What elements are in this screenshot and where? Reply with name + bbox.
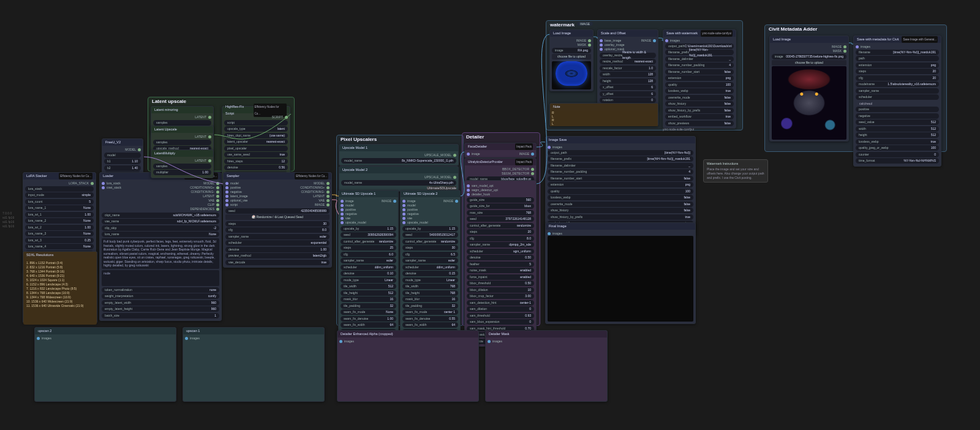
param-row[interactable]: tile_padding32 <box>341 303 396 309</box>
param-row[interactable]: cfg8.0 <box>225 227 330 233</box>
output-slot[interactable]: CONDITIONING- <box>190 190 219 194</box>
param-row[interactable]: multiplier1.00 <box>153 170 211 175</box>
param-row[interactable]: filename_number_startfalse <box>665 69 734 75</box>
node-upscale-model-1[interactable]: Upscale Model 1 UPSCALE_MODEL model_name… <box>339 144 459 166</box>
param-row[interactable]: vae_namesdxl_fp_NICMLF.safetensors <box>102 219 219 224</box>
param-row[interactable]: seam_fix_width64 <box>402 322 458 328</box>
param-row[interactable]: extensionpng <box>665 75 734 81</box>
param-row[interactable]: cfg20 <box>856 75 939 81</box>
param-row[interactable]: height128 <box>600 78 656 84</box>
param-row[interactable]: sam_bbox_expansion0 <box>467 319 534 325</box>
input-slot[interactable]: optional_mask <box>600 47 625 51</box>
param-row[interactable]: mask_blur16 <box>341 296 396 302</box>
param-row[interactable]: negative <box>856 113 939 119</box>
param-row[interactable]: show_history_by_prefixtrue <box>548 214 693 220</box>
output-slot[interactable]: IMAGE <box>552 39 591 42</box>
param-row[interactable]: max_size768 <box>467 210 534 216</box>
input-slot[interactable]: latent_image <box>225 194 248 198</box>
param-row[interactable]: extensionpng <box>548 182 693 187</box>
node-ultimate-sd-upscale-1[interactable]: Ultimate SD Upscale 1 imagemodelpositive… <box>338 190 399 350</box>
output-slot[interactable]: CLIP <box>190 203 219 206</box>
output-slot[interactable]: VAE <box>300 198 330 202</box>
output-slot[interactable]: MASK <box>772 49 846 53</box>
output-slot[interactable]: DEPENDENCIES <box>190 207 219 211</box>
param-row[interactable]: height512 <box>856 132 939 138</box>
input-slot[interactable]: positive <box>402 208 428 211</box>
param-row[interactable]: schedulersgm_uniform <box>467 249 534 254</box>
param-row[interactable]: bbox_dilation10 <box>467 287 534 293</box>
node-civit-save-with-metadata[interactable]: Save with metadata for Civit Save Image … <box>853 36 941 167</box>
param-row[interactable]: filename_prefix[time(%H-%m-%d)]_marduk19… <box>548 156 693 162</box>
input-slot[interactable]: base_image <box>600 39 625 42</box>
param-row[interactable]: lora_wt_30.25 <box>25 238 94 243</box>
param-row[interactable]: upscale_by1.15 <box>341 226 396 232</box>
node-detailer-enhanced-alpha-preview[interactable]: Detailer Enhanced Alpha (cropped) images <box>337 330 479 402</box>
param-row[interactable]: cfg6.0 <box>341 252 396 257</box>
param-row[interactable]: use_same_seedtrue <box>224 152 288 157</box>
param-row[interactable]: seed379722614148128 <box>467 216 534 222</box>
param-row[interactable]: seam_fix_modeNone <box>341 309 396 315</box>
param-row[interactable]: control_after_generaterandomize <box>402 239 458 244</box>
param-row[interactable]: tile_width512 <box>341 284 396 289</box>
param-row[interactable]: seam_fix_denoise1.00 <box>341 316 396 322</box>
param-row[interactable]: lossless_webpfalse <box>548 195 693 200</box>
param-row[interactable]: model_name8x_NMKD-Superscale_150000_G.pt… <box>341 158 456 164</box>
node-loader[interactable]: Loader Efficiency Nodes for Co... lora_s… <box>99 172 222 321</box>
param-row[interactable]: extensionpng <box>856 62 939 68</box>
input-images[interactable]: images <box>190 336 200 340</box>
param-row[interactable]: steps20 <box>467 229 534 235</box>
param-row[interactable]: input_modesimple <box>25 192 94 198</box>
param-row[interactable]: filename_number_padding4 <box>665 62 734 68</box>
output-latent[interactable]: LATENT <box>153 115 211 119</box>
node-sampler[interactable]: Sampler Efficiency Nodes for Co... model… <box>223 172 332 268</box>
param-row[interactable]: model <box>104 153 141 158</box>
param-row[interactable]: steps30 <box>402 245 458 251</box>
param-row[interactable]: tile_width768 <box>402 284 458 289</box>
output-slot[interactable]: IMAGE <box>300 203 330 206</box>
param-row[interactable]: y_offset6 <box>600 91 656 97</box>
output-slot[interactable]: MODEL <box>300 181 330 185</box>
param-row[interactable]: output_path[time(%Y-%m-%d)] <box>548 150 693 156</box>
param-row[interactable]: b21.40 <box>104 165 141 171</box>
input-slot[interactable]: images <box>856 45 939 48</box>
randomize-seed-button[interactable]: 🎲 Randomize / ♻ Last Queued Seed <box>225 214 330 220</box>
param-row[interactable]: clip_skip-2 <box>102 225 219 231</box>
output-lora-stack[interactable]: LORA_STACK <box>25 181 94 185</box>
param-row[interactable]: show_historyfalse <box>665 101 734 107</box>
param-row[interactable]: feather5 <box>467 262 534 267</box>
param-row[interactable]: schedulerexponential <box>225 240 330 246</box>
param-row[interactable]: batch_size1 <box>102 313 219 319</box>
node-final-image[interactable]: Final Image images <box>545 222 696 324</box>
param-row[interactable]: sampler_nameeuler <box>341 258 396 263</box>
param-row[interactable]: filename_number_padding4 <box>548 169 693 175</box>
input-slot[interactable]: image <box>467 152 480 156</box>
output-upscale-model[interactable]: UPSCALE_MODEL <box>341 175 456 179</box>
input-slot[interactable]: negative <box>341 212 366 216</box>
param-row[interactable]: mode_typeLinear <box>341 277 396 283</box>
input-slot[interactable]: model <box>225 181 248 185</box>
param-row[interactable]: show_previewsfalse <box>665 121 734 126</box>
node-scale-and-offset[interactable]: Scale and Offset base_imageoverlay_image… <box>597 29 658 112</box>
param-row[interactable]: schedulerddim_uniform <box>402 265 458 270</box>
param-row[interactable]: noise_maskenabled <box>467 268 534 273</box>
param-row[interactable]: pixel_upscaler <box>224 146 288 151</box>
choose-file-button[interactable]: choose file to upload <box>552 54 591 59</box>
param-row[interactable]: mode_typeLinear <box>402 277 458 283</box>
input-images[interactable]: images <box>42 336 51 340</box>
param-row[interactable]: modelname1.5\absolutereality_v16.safeten… <box>856 81 939 87</box>
param-row[interactable]: steps20 <box>856 69 939 74</box>
param-row[interactable]: quality_jpeg_or_webp100 <box>856 145 939 151</box>
param-row[interactable]: token_normalizationnone <box>102 287 219 293</box>
param-row[interactable]: width512 <box>856 126 939 132</box>
choose-file-button[interactable]: choose file to upload <box>772 60 846 66</box>
output-slot[interactable]: CONDITIONING+ <box>300 186 330 189</box>
node-detailer-body[interactable]: sam_model_opt segm_detector_opt detailer… <box>464 180 537 347</box>
param-row[interactable]: preview_methodlatent2rgb <box>225 253 330 258</box>
output-slot[interactable]: BBOX_DETECTOR <box>467 167 534 171</box>
node-image-save[interactable]: Image Save images output_path[time(%Y-%m… <box>545 136 696 235</box>
input-slot[interactable]: positive <box>341 208 366 211</box>
param-row[interactable]: width128 <box>600 72 656 77</box>
param-row[interactable]: sampler_nameeuler <box>225 234 330 240</box>
input-slot[interactable]: vae <box>341 216 366 220</box>
param-row[interactable]: steps30 <box>225 221 330 227</box>
